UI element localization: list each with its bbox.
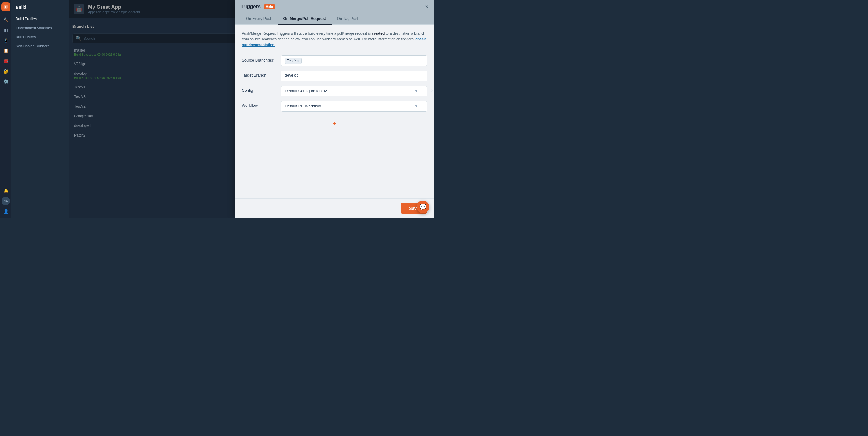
target-branch-label: Target Branch: [242, 70, 281, 78]
sidebar: 🔨 ◧ 📱 📋 🧰 🔐 ⚙️ 🔔 CA 👤: [0, 0, 11, 218]
drawer-body: Push/Merge Request Triggers will start a…: [235, 25, 434, 198]
source-branch-label: Source Branch(es): [242, 56, 281, 62]
config-select-value: Default Configuration 32: [285, 89, 327, 93]
nav-self-hosted-runners[interactable]: Self-Hosted Runners: [11, 41, 69, 51]
tag-close-button[interactable]: ×: [297, 59, 300, 63]
source-branch-row: Source Branch(es) Test/* ×: [242, 56, 427, 66]
logo-icon: [3, 4, 8, 10]
sidebar-item-reports[interactable]: 📋: [1, 47, 10, 55]
page-title: Build: [11, 5, 69, 14]
drawer-title: Triggers: [241, 4, 261, 10]
sidebar-item-devices[interactable]: 📱: [1, 36, 10, 45]
workflow-select-value: Default PR Workflow: [285, 104, 321, 108]
workflow-row: Workflow Default PR Workflow ▼: [242, 101, 427, 112]
workflow-label: Workflow: [242, 101, 281, 108]
tab-bar: On Every Push On Merge/Pull Request On T…: [235, 13, 434, 25]
config-select[interactable]: Default Configuration 32 ▼: [281, 86, 427, 96]
drawer-header: Triggers Help ×: [235, 0, 434, 13]
chat-fab-button[interactable]: 💬: [416, 201, 429, 213]
tab-on-merge-pull-request[interactable]: On Merge/Pull Request: [278, 13, 331, 25]
nav-environment-variables[interactable]: Environment Variables: [11, 24, 69, 33]
chevron-down-icon: ▼: [414, 104, 418, 108]
main-area: Build Build Profiles Environment Variabl…: [11, 0, 434, 218]
target-branch-input[interactable]: develop: [281, 70, 427, 81]
app-logo[interactable]: [1, 2, 10, 11]
center-panel: 🤖 My Great App Appcircle/appcircle-sampl…: [69, 0, 434, 218]
source-branch-input[interactable]: Test/* ×: [281, 56, 427, 66]
chevron-down-icon: ▼: [414, 89, 418, 93]
source-branch-tag: Test/* ×: [285, 58, 302, 64]
sidebar-item-build[interactable]: 🔨: [1, 16, 10, 24]
sidebar-item-distribute[interactable]: ◧: [1, 26, 10, 34]
sidebar-item-settings[interactable]: ⚙️: [1, 77, 10, 86]
config-label: Config: [242, 86, 281, 93]
row-delete-button[interactable]: ×: [431, 88, 433, 93]
drawer-title-row: Triggers Help: [241, 4, 275, 10]
target-branch-row: Target Branch develop: [242, 70, 427, 81]
add-row-section: +: [242, 116, 427, 127]
left-panel: Build Build Profiles Environment Variabl…: [11, 0, 69, 218]
nav-build-history[interactable]: Build History: [11, 33, 69, 41]
docs-link[interactable]: check our documentation.: [242, 37, 426, 47]
drawer-footer: Save: [235, 198, 434, 218]
sidebar-item-tools[interactable]: 🧰: [1, 57, 10, 65]
sidebar-item-profile[interactable]: 👤: [1, 207, 10, 215]
drawer-description: Push/Merge Request Triggers will start a…: [242, 31, 427, 48]
help-badge[interactable]: Help: [264, 4, 275, 9]
sidebar-item-account[interactable]: CA: [1, 197, 10, 205]
tab-on-every-push[interactable]: On Every Push: [241, 13, 278, 25]
config-row: Config Default Configuration 32 ▼: [242, 86, 427, 96]
sidebar-item-notifications[interactable]: 🔔: [1, 187, 10, 195]
nav-build-profiles[interactable]: Build Profiles: [11, 14, 69, 24]
close-button[interactable]: ×: [425, 4, 429, 10]
tab-on-tag-push[interactable]: On Tag Push: [332, 13, 365, 25]
triggers-drawer: Triggers Help × On Every Push On Merge/P…: [235, 0, 434, 218]
sidebar-item-signing[interactable]: 🔐: [1, 67, 10, 76]
workflow-select[interactable]: Default PR Workflow ▼: [281, 101, 427, 112]
add-trigger-button[interactable]: +: [333, 120, 337, 127]
